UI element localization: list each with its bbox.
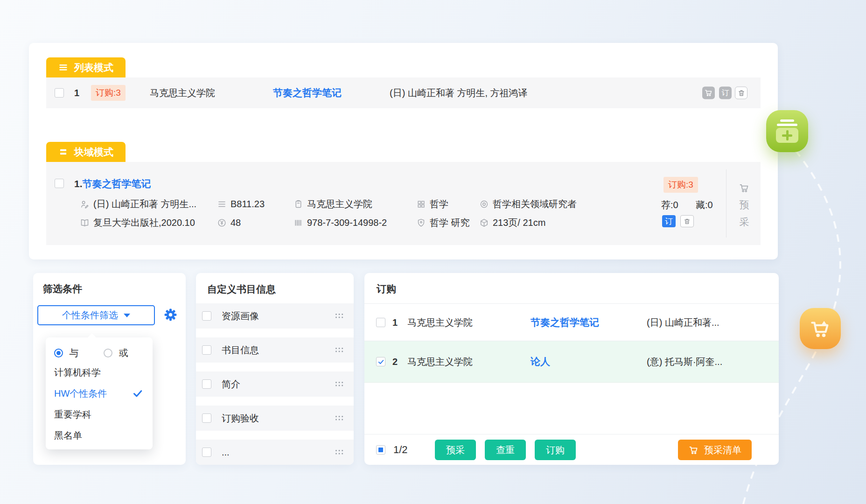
- list-mode-row: 1 订购:3 马克思主义学院 节奏之哲学笔记 (日) 山崎正和著 方明生, 方祖…: [46, 77, 761, 108]
- filter-option-computer-science[interactable]: 计算机科学: [54, 365, 101, 379]
- check-icon: [132, 388, 143, 399]
- drag-handle-icon[interactable]: [335, 416, 343, 420]
- tab-list-mode[interactable]: 列表模式: [46, 57, 126, 77]
- personal-filter-label: 个性条件筛选: [62, 309, 118, 322]
- shopping-cart-fab[interactable]: [800, 308, 841, 349]
- gear-icon[interactable]: [163, 308, 178, 322]
- filter-option-blacklist[interactable]: 黑名单: [54, 428, 82, 442]
- field-row-resource-profile: 资源画像: [196, 303, 354, 329]
- barcode-icon: [293, 218, 303, 228]
- detail-topics: 哲学 研究: [416, 216, 470, 229]
- filter-option-important-subject[interactable]: 重要学科: [54, 407, 91, 421]
- drag-handle-icon[interactable]: [335, 382, 343, 386]
- precollect-list-label: 预采清单: [704, 444, 741, 456]
- detail-author: (日) 山崎正和著 方明生...: [80, 197, 196, 210]
- book-title-link[interactable]: 节奏之哲学笔记: [531, 316, 599, 329]
- subject-text: 哲学: [430, 198, 448, 210]
- logic-radio-row: 与 或: [54, 346, 128, 360]
- order-button[interactable]: 订: [719, 87, 732, 99]
- cart-icon: [688, 445, 699, 455]
- field-label: 书目信息: [222, 344, 259, 357]
- collection-count: 藏:0: [696, 199, 713, 211]
- order-button[interactable]: 订购: [535, 440, 576, 460]
- tab-block-mode[interactable]: 块域模式: [46, 142, 126, 162]
- drag-handle-icon[interactable]: [335, 450, 343, 455]
- yen-icon: [217, 218, 227, 228]
- add-to-cart-button[interactable]: [702, 87, 715, 99]
- row-number: 1: [74, 88, 79, 98]
- trash-icon: [737, 89, 746, 97]
- format-text: 213页/ 21cm: [493, 217, 545, 229]
- recommend-count: 荐:0: [661, 199, 678, 211]
- field-row-bibliographic-info: 书目信息: [196, 337, 354, 363]
- box-icon: [479, 218, 489, 228]
- book-title-link[interactable]: 节奏之哲学笔记: [273, 86, 342, 99]
- book-authors: (日) 山崎正和著 方明生, 方祖鸿译: [390, 87, 528, 99]
- precollect-button[interactable]: 预采: [435, 440, 476, 460]
- precollect-side-action[interactable]: 预 采: [731, 182, 757, 229]
- drag-handle-icon[interactable]: [335, 348, 343, 352]
- radio-and-icon[interactable]: [54, 349, 63, 357]
- price-text: 48: [230, 217, 241, 228]
- order-row-2-selected: 2 马克思主义学院 论人 (意) 托马斯·阿奎...: [364, 341, 779, 383]
- field-checkbox[interactable]: [202, 413, 211, 423]
- row-checkbox[interactable]: [376, 318, 385, 327]
- order-panel-title: 订购: [377, 282, 396, 295]
- custom-bibliography-panel: 自定义书目信息 资源画像 书目信息 简介 订购验收 ...: [196, 273, 354, 465]
- radio-or-label: 或: [119, 348, 128, 358]
- row-checkbox-checked[interactable]: [376, 357, 385, 366]
- order-button[interactable]: 订: [662, 215, 676, 227]
- field-checkbox[interactable]: [202, 379, 211, 389]
- blocks-icon: [58, 147, 68, 157]
- book-title-link[interactable]: 节奏之哲学笔记: [83, 178, 151, 189]
- precollect-list-button[interactable]: 预采清单: [678, 440, 752, 460]
- page: 列表模式 1 订购:3 马克思主义学院 节奏之哲学笔记 (日) 山崎正和著 方明…: [0, 0, 866, 504]
- dedupe-button[interactable]: 查重: [485, 440, 526, 460]
- book-title-link[interactable]: 论人: [531, 355, 550, 368]
- trash-icon: [683, 217, 691, 225]
- shield-icon: [416, 218, 426, 228]
- divider: [726, 169, 726, 238]
- check-icon: [377, 358, 384, 365]
- cart-with-items-icon: [809, 317, 832, 340]
- book-icon: [80, 218, 90, 228]
- personal-filter-dropdown-button[interactable]: 个性条件筛选: [37, 305, 155, 325]
- drag-handle-icon[interactable]: [335, 314, 343, 318]
- cart-icon: [739, 182, 750, 194]
- detail-department: 马克思主义学院: [293, 197, 372, 210]
- block-mode-row: 1.节奏之哲学笔记 (日) 山崎正和著 方明生... 复旦大学出版社,2020.…: [46, 162, 761, 245]
- radio-or[interactable]: 或: [104, 348, 128, 358]
- archive-lid-icon: [780, 119, 794, 122]
- precollect-char-1: 预: [731, 198, 757, 211]
- row-number: 2: [392, 357, 398, 367]
- row-checkbox[interactable]: [55, 179, 64, 188]
- field-row-summary: 简介: [196, 371, 354, 397]
- radio-or-icon[interactable]: [104, 349, 112, 357]
- order-panel: 订购 1 马克思主义学院 节奏之哲学笔记 (日) 山崎正和著... 2 马克思主…: [364, 273, 779, 465]
- field-checkbox[interactable]: [202, 311, 211, 321]
- order-char: 订: [722, 88, 729, 98]
- delete-button[interactable]: [735, 87, 747, 99]
- order-count-badge: 订购:3: [663, 177, 698, 193]
- delete-button[interactable]: [680, 215, 694, 227]
- add-to-collection-fab[interactable]: [766, 110, 808, 152]
- detail-call-number: B811.23: [217, 197, 265, 210]
- publisher-text: 复旦大学出版社,2020.10: [93, 217, 195, 229]
- field-checkbox[interactable]: [202, 345, 211, 355]
- select-all-checkbox-indeterminate[interactable]: [376, 445, 385, 455]
- row-checkbox[interactable]: [55, 88, 64, 98]
- field-checkbox[interactable]: [202, 448, 211, 457]
- call-number-text: B811.23: [230, 199, 265, 210]
- custom-bibliography-title: 自定义书目信息: [207, 283, 276, 296]
- department-text: 马克思主义学院: [307, 198, 372, 210]
- radio-and[interactable]: 与: [54, 348, 79, 358]
- order-action-bar: 1/2 预采 查重 订购 预采清单: [364, 434, 779, 465]
- filter-option-hw-personal[interactable]: HW个性条件: [54, 386, 107, 400]
- detail-subject: 哲学: [416, 197, 448, 210]
- list-icon: [217, 199, 227, 209]
- detail-publisher: 复旦大学出版社,2020.10: [80, 216, 195, 229]
- grid-icon: [416, 199, 426, 209]
- radio-and-label: 与: [70, 348, 79, 358]
- block-title-line: 1.节奏之哲学笔记: [74, 177, 151, 190]
- tab-block-mode-label: 块域模式: [74, 146, 113, 159]
